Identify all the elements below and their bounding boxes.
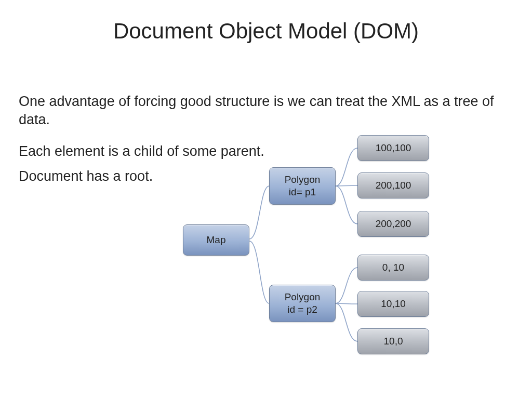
body-paragraph-3: Document has a root. <box>19 167 153 185</box>
node-label-line1: Polygon <box>285 174 321 186</box>
body-paragraph-1: One advantage of forcing good structure … <box>19 92 512 129</box>
tree-node-map: Map <box>183 224 249 256</box>
body-paragraph-2: Each element is a child of some parent. <box>19 142 264 161</box>
node-label: Map <box>207 234 226 246</box>
leaf-label: 0, 10 <box>382 261 404 274</box>
node-label-line2: id = p2 <box>287 303 317 316</box>
slide-title: Document Object Model (DOM) <box>0 19 532 44</box>
tree-node-polygon-p2: Polygon id = p2 <box>269 285 336 322</box>
leaf-label: 10,0 <box>384 335 403 348</box>
node-label-line1: Polygon <box>285 291 321 303</box>
leaf-label: 200,200 <box>376 218 411 230</box>
tree-leaf-10-0: 10,0 <box>357 328 429 354</box>
leaf-label: 10,10 <box>381 298 406 310</box>
tree-leaf-100-100: 100,100 <box>357 135 429 161</box>
tree-connectors <box>0 0 532 399</box>
node-label-line2: id= p1 <box>289 186 316 198</box>
leaf-label: 100,100 <box>376 142 411 154</box>
tree-leaf-200-100: 200,100 <box>357 172 429 198</box>
tree-leaf-0-10: 0, 10 <box>357 255 429 281</box>
tree-leaf-10-10: 10,10 <box>357 291 429 317</box>
tree-leaf-200-200: 200,200 <box>357 211 429 237</box>
leaf-label: 200,100 <box>376 179 411 192</box>
tree-node-polygon-p1: Polygon id= p1 <box>269 167 336 205</box>
